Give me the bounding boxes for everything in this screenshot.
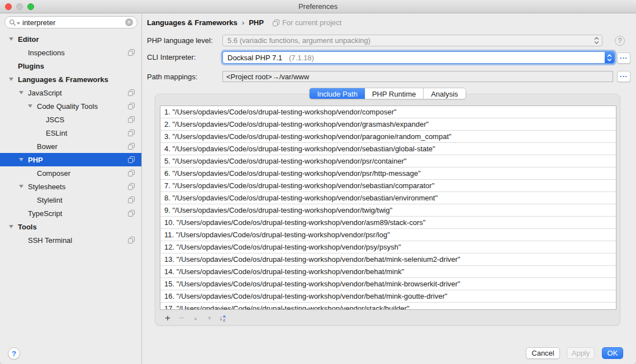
settings-tabs: Include PathPHP RuntimeAnalysis [155, 88, 620, 99]
settings-content: Languages & Frameworks › PHP For current… [143, 14, 636, 364]
path-mappings-field[interactable]: <Project root>→/var/www [222, 71, 613, 82]
remove-path-button[interactable]: − [177, 313, 186, 323]
sidebar-item-label: Stylelint [37, 196, 63, 204]
sidebar-item-plugins[interactable]: Plugins [0, 59, 141, 73]
tab-analysis[interactable]: Analysis [423, 88, 465, 99]
minimize-window-icon[interactable] [16, 3, 23, 10]
per-project-settings-icon [128, 237, 135, 243]
include-path-row-10[interactable]: 10. "/Users/opdavies/Code/os/drupal-test… [160, 217, 616, 229]
tab-bar: Include PathPHP RuntimeAnalysis [309, 88, 466, 99]
sort-alphabetically-button[interactable]: ↓ a z [219, 314, 225, 322]
include-path-row-13[interactable]: 13. "/Users/opdavies/Code/os/drupal-test… [160, 253, 616, 266]
chevron-updown-icon[interactable] [605, 52, 614, 63]
list-toolbar: + − ▲ ▼ ↓ a z [160, 312, 225, 324]
title-bar: Preferences [0, 0, 636, 13]
include-path-row-5[interactable]: 5. "/Users/opdavies/Code/os/drupal-testi… [160, 155, 616, 167]
sidebar-item-label: SSH Terminal [28, 236, 72, 245]
sidebar-item-ssh-terminal[interactable]: SSH Terminal [0, 233, 141, 247]
chevron-down-icon[interactable] [28, 104, 32, 108]
sidebar-item-label: JavaScript [28, 89, 62, 97]
include-path-row-1[interactable]: 1. "/Users/opdavies/Code/os/drupal-testi… [160, 106, 616, 118]
language-level-value: 5.6 (variadic functions, argument unpack… [223, 36, 371, 45]
sidebar-item-inspections[interactable]: Inspections [0, 46, 141, 59]
expander-slot [7, 78, 16, 81]
ok-button[interactable]: OK [602, 347, 623, 359]
sidebar-item-label: Stylesheets [28, 183, 65, 191]
per-project-settings-icon [128, 49, 135, 56]
sidebar-item-stylelint[interactable]: Stylelint [0, 193, 141, 207]
settings-tree: EditorInspectionsPluginsLanguages & Fram… [0, 32, 141, 247]
cli-interpreter-select[interactable]: Docksal PHP 7.1 (7.1.18) [222, 51, 615, 64]
include-path-row-8[interactable]: 8. "/Users/opdavies/Code/os/drupal-testi… [160, 192, 616, 204]
sidebar-item-label: Composer [37, 169, 70, 178]
search-input[interactable] [22, 18, 125, 27]
include-path-row-2[interactable]: 2. "/Users/opdavies/Code/os/drupal-testi… [160, 118, 616, 131]
per-project-settings-icon [128, 89, 135, 96]
chevron-down-icon[interactable] [9, 225, 13, 228]
cancel-button[interactable]: Cancel [526, 347, 560, 359]
sidebar-item-editor[interactable]: Editor [0, 32, 141, 46]
chevron-down-icon[interactable] [19, 91, 23, 94]
include-path-row-6[interactable]: 6. "/Users/opdavies/Code/os/drupal-testi… [160, 167, 616, 180]
settings-search-box[interactable]: ✕ [4, 16, 137, 28]
include-path-row-16[interactable]: 16. "/Users/opdavies/Code/os/drupal-test… [160, 290, 616, 303]
include-path-row-9[interactable]: 9. "/Users/opdavies/Code/os/drupal-testi… [160, 204, 616, 217]
per-project-settings-icon [128, 103, 135, 109]
expander-slot [7, 37, 16, 41]
sidebar-item-javascript[interactable]: JavaScript [0, 86, 141, 99]
sidebar-item-label: Tools [18, 223, 37, 231]
expander-slot [17, 185, 26, 188]
include-path-row-3[interactable]: 3. "/Users/opdavies/Code/os/drupal-testi… [160, 131, 616, 143]
sidebar-item-languages-frameworks[interactable]: Languages & Frameworks [0, 73, 141, 86]
sidebar-item-composer[interactable]: Composer [0, 166, 141, 180]
breadcrumb-separator: › [242, 18, 244, 27]
sidebar-item-label: ESLint [46, 129, 67, 137]
include-path-row-11[interactable]: 11. "/Users/opdavies/Code/os/drupal-test… [160, 229, 616, 241]
chevron-down-icon[interactable] [19, 158, 23, 161]
chevron-down-icon[interactable] [9, 37, 13, 41]
chevron-down-icon[interactable] [19, 185, 23, 188]
include-path-row-17[interactable]: 17. "/Users/opdavies/Code/os/drupal-test… [160, 303, 616, 310]
sidebar-item-typescript[interactable]: TypeScript [0, 207, 141, 220]
cli-interpreter-browse-button[interactable]: ... [617, 52, 630, 64]
apply-button[interactable]: Apply [567, 347, 595, 359]
include-path-row-15[interactable]: 15. "/Users/opdavies/Code/os/drupal-test… [160, 278, 616, 290]
cli-interpreter-value: Docksal PHP 7.1 [223, 54, 282, 62]
breadcrumb-php: PHP [249, 18, 264, 27]
sidebar-item-stylesheets[interactable]: Stylesheets [0, 180, 141, 193]
move-up-button[interactable]: ▲ [191, 313, 200, 323]
sidebar-item-tools[interactable]: Tools [0, 220, 141, 233]
breadcrumb-languages-frameworks[interactable]: Languages & Frameworks [147, 18, 238, 27]
move-down-button[interactable]: ▼ [205, 313, 214, 323]
include-path-row-12[interactable]: 12. "/Users/opdavies/Code/os/drupal-test… [160, 241, 616, 253]
clear-search-icon[interactable]: ✕ [125, 18, 133, 26]
sort-letter-z: z [223, 318, 225, 322]
sidebar-item-label: Bower [37, 142, 58, 151]
tab-include-path[interactable]: Include Path [310, 88, 364, 99]
include-path-row-4[interactable]: 4. "/Users/opdavies/Code/os/drupal-testi… [160, 143, 616, 155]
scope-note-label: For current project [282, 18, 341, 27]
tab-php-runtime[interactable]: PHP Runtime [365, 88, 424, 99]
cli-interpreter-version: (7.1.18) [284, 54, 314, 62]
help-button[interactable]: ? [8, 347, 20, 360]
sidebar-item-eslint[interactable]: ESLint [0, 126, 141, 140]
sidebar-item-code-quality-tools[interactable]: Code Quality Tools [0, 99, 141, 113]
sidebar-item-label: Editor [18, 35, 39, 44]
chevron-down-icon[interactable] [9, 78, 13, 81]
settings-sidebar: ✕ EditorInspectionsPluginsLanguages & Fr… [0, 14, 142, 364]
expander-slot [17, 91, 26, 94]
expander-slot [26, 104, 35, 108]
close-window-icon[interactable] [5, 3, 12, 10]
language-level-select[interactable]: 5.6 (variadic functions, argument unpack… [222, 35, 602, 46]
path-mappings-browse-button[interactable]: ... [617, 71, 630, 82]
search-options-caret-icon[interactable] [17, 22, 20, 25]
sidebar-item-bower[interactable]: Bower [0, 140, 141, 153]
language-level-help-button[interactable]: ? [615, 36, 625, 46]
expander-slot [17, 158, 26, 161]
sidebar-item-php[interactable]: PHP [0, 153, 141, 166]
sidebar-item-jscs[interactable]: JSCS [0, 113, 141, 126]
include-path-row-14[interactable]: 14. "/Users/opdavies/Code/os/drupal-test… [160, 266, 616, 278]
add-path-button[interactable]: + [163, 313, 172, 323]
include-path-row-7[interactable]: 7. "/Users/opdavies/Code/os/drupal-testi… [160, 180, 616, 192]
zoom-window-icon[interactable] [27, 3, 34, 10]
